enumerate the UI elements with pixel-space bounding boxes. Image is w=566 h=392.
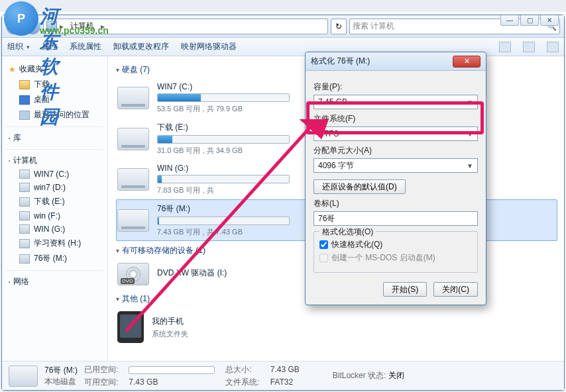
category-label: 有可移动存储的设备 (1) [122,245,205,256]
usage-meter [157,217,290,225]
status-used-meter [129,366,215,374]
triangle-down-icon: ▾ [116,247,119,254]
star-icon: ★ [9,65,16,74]
phone-icon [117,311,144,343]
drive-icon [19,211,30,220]
status-used-label: 已用空间: [84,364,118,375]
sidebar-label: 计算机 [13,155,37,166]
dialog-close-button[interactable]: ✕ [453,56,481,68]
sidebar-label: win7 (D:) [34,183,66,192]
other-item[interactable]: 我的手机 系统文件夹 [116,307,557,347]
preview-pane-icon[interactable] [523,42,535,52]
sidebar-label: 网络 [13,276,29,287]
watermark-text: 河东软件园 [40,4,58,130]
status-bar: 76哥 (M:) 本地磁盘 已用空间: 总大小: 7.43 GB 可用空间: 7… [2,361,564,390]
filesystem-value: NTFS [318,129,339,138]
hard-drive-icon [117,128,149,150]
sidebar-item-drive[interactable]: WIN7 (C:) [5,168,105,181]
restore-defaults-button[interactable]: 还原设备的默认值(D) [313,179,406,194]
sidebar-group-network[interactable]: 网络 [5,275,105,289]
drive-icon [9,366,38,387]
minimize-button[interactable]: — [500,15,519,26]
organize-button[interactable]: 组织 [7,41,30,52]
chevron-down-icon: ▼ [467,99,473,106]
status-bitlocker-label: BitLocker 状态: [333,371,386,380]
sidebar-label: 下载 (E:) [34,196,65,207]
uninstall-button[interactable]: 卸载或更改程序 [113,41,169,52]
sidebar-item-drive[interactable]: win (F:) [5,209,105,222]
system-properties-button[interactable]: 系统属性 [70,41,101,52]
usage-meter [157,175,290,183]
status-type: 本地磁盘 [44,376,78,387]
checkbox-label: 快速格式化(Q) [331,239,382,250]
view-options-icon[interactable] [499,42,511,52]
dialog-titlebar[interactable]: 格式化 76哥 (M:) ✕ [306,52,486,71]
hard-drive-icon [117,87,149,109]
sidebar-label: 库 [13,132,21,144]
status-total-label: 总大小: [225,364,259,375]
status-avail-value: 7.43 GB [129,377,215,387]
map-network-drive-button[interactable]: 映射网络驱动器 [181,41,237,52]
drive-icon [19,224,30,234]
status-avail-label: 可用空间: [84,377,118,388]
format-options-group: 格式化选项(O) 快速格式化(Q) 创建一个 MS-DOS 启动盘(M) [313,231,478,273]
usage-meter [157,93,290,102]
device-name: 我的手机 [152,316,556,327]
status-title: 76哥 (M:) [44,365,78,376]
checkbox-icon [319,254,328,262]
hard-drive-icon [117,209,149,232]
refresh-button[interactable]: ↻ [331,19,347,34]
recent-icon [19,111,30,120]
sidebar-label: win (F:) [34,211,60,220]
drive-icon [19,183,30,192]
capacity-label: 容量(P): [313,81,478,93]
folder-icon [19,80,30,89]
msdos-boot-checkbox[interactable]: 创建一个 MS-DOS 启动盘(M) [319,252,472,264]
sidebar-group-library[interactable]: 库 [5,131,105,145]
capacity-select[interactable]: 7.45 GB▼ [313,95,478,109]
drive-icon [19,254,30,264]
close-button[interactable]: ✕ [540,15,559,26]
chevron-down-icon: ▼ [467,130,473,138]
window-controls: — ▢ ✕ [500,15,559,26]
chevron-down-icon: ▼ [467,162,473,170]
close-button[interactable]: 关闭(C) [433,282,478,297]
drive-icon [19,197,30,207]
quick-format-checkbox[interactable]: 快速格式化(Q) [319,239,472,250]
status-fs-label: 文件系统: [225,377,259,388]
sidebar-label: WIN7 (C:) [34,170,69,179]
format-options-title: 格式化选项(O) [319,226,376,238]
category-label: 其他 (1) [122,293,150,305]
volume-label-label: 卷标(L) [313,198,478,209]
checkbox-icon[interactable] [319,240,328,249]
status-fs-value: FAT32 [270,377,300,387]
start-button[interactable]: 开始(S) [383,282,427,297]
volume-label-value: 76哥 [318,213,335,224]
drive-icon [19,239,30,248]
sidebar-item-drive[interactable]: win7 (D:) [5,181,105,194]
watermark-logo-icon: P [4,1,38,36]
sidebar-item-drive[interactable]: 下载 (E:) [5,194,105,209]
format-dialog: 格式化 76哥 (M:) ✕ 容量(P): 7.45 GB▼ 文件系统(F) N… [305,52,486,305]
status-bitlocker-value: 关闭 [388,371,404,380]
sidebar-item-drive[interactable]: 76哥 (M:) [5,251,105,266]
allocation-label: 分配单元大小(A) [313,145,478,156]
maximize-button[interactable]: ▢ [520,15,539,26]
dvd-drive-icon: DVD [117,263,149,285]
network-icon [9,281,10,283]
dialog-title: 格式化 76哥 (M:) [311,56,453,67]
allocation-select[interactable]: 4096 字节▼ [313,158,478,173]
category-label: 硬盘 (7) [122,64,150,75]
volume-label-input[interactable]: 76哥 [313,211,478,226]
sidebar-group-computer[interactable]: 计算机 [5,154,105,168]
sidebar-item-drive[interactable]: 学习资料 (H:) [5,236,105,251]
sidebar-label: 学习资料 (H:) [34,238,81,249]
sidebar-item-drive[interactable]: WIN (G:) [5,222,105,236]
help-icon[interactable] [547,42,559,52]
desktop-icon [19,95,30,105]
filesystem-label: 文件系统(F) [313,113,478,124]
filesystem-select[interactable]: NTFS▼ [313,126,478,141]
status-total-value: 7.43 GB [270,365,300,374]
hard-drive-icon [117,168,149,191]
computer-icon [9,160,10,162]
